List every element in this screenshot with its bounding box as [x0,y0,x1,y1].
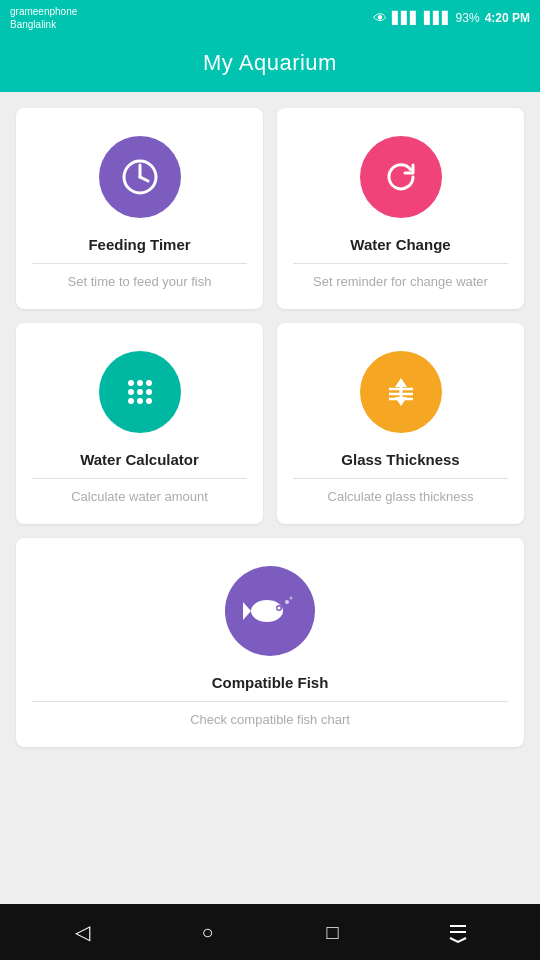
water-change-title: Water Change [350,236,450,253]
water-change-divider [293,263,508,264]
svg-point-18 [251,600,283,622]
status-bar: grameenphone Banglalink 👁 ▋▋▋ ▋▋▋ 93% 4:… [0,0,540,36]
svg-point-5 [146,380,152,386]
back-button[interactable]: ◁ [58,907,108,957]
feeding-timer-card[interactable]: Feeding Timer Set time to feed your fish [16,108,263,309]
glass-thickness-card[interactable]: Glass Thickness Calculate glass thicknes… [277,323,524,524]
battery-label: 93% [456,11,480,25]
signal1-icon: ▋▋▋ [392,11,419,25]
glass-thickness-desc: Calculate glass thickness [328,489,474,504]
feeding-timer-desc: Set time to feed your fish [68,274,212,289]
home-button[interactable]: ○ [183,907,233,957]
glass-thickness-title: Glass Thickness [341,451,459,468]
glass-thickness-icon-bg [360,351,442,433]
time-label: 4:20 PM [485,11,530,25]
grid-icon [118,370,162,414]
compatible-fish-divider [32,701,508,702]
cards-grid: Feeding Timer Set time to feed your fish… [16,108,524,524]
svg-point-8 [146,389,152,395]
glass-thickness-divider [293,478,508,479]
svg-point-22 [285,600,289,604]
svg-point-9 [128,398,134,404]
clock-icon [118,155,162,199]
svg-point-11 [146,398,152,404]
svg-marker-19 [243,602,251,620]
menu-button[interactable] [433,907,483,957]
water-calculator-card[interactable]: Water Calculator Calculate water amount [16,323,263,524]
svg-point-6 [128,389,134,395]
recents-button[interactable]: □ [308,907,358,957]
water-change-desc: Set reminder for change water [313,274,488,289]
svg-line-2 [140,177,148,181]
refresh-icon [379,155,423,199]
feeding-timer-icon-bg [99,136,181,218]
eye-icon: 👁 [373,10,387,26]
carrier2-label: Banglalink [10,18,77,31]
water-calculator-desc: Calculate water amount [71,489,208,504]
water-change-icon-bg [360,136,442,218]
water-calculator-title: Water Calculator [80,451,199,468]
app-header: My Aquarium [0,36,540,92]
bottom-navigation: ◁ ○ □ [0,904,540,960]
svg-point-21 [278,607,281,610]
compatible-fish-icon-bg [225,566,315,656]
water-change-card[interactable]: Water Change Set reminder for change wat… [277,108,524,309]
main-content: Feeding Timer Set time to feed your fish… [0,92,540,904]
water-calculator-icon-bg [99,351,181,433]
svg-point-3 [128,380,134,386]
svg-point-10 [137,398,143,404]
page-title: My Aquarium [0,50,540,76]
water-calculator-divider [32,478,247,479]
menu-down-icon [446,920,470,944]
feeding-timer-divider [32,263,247,264]
svg-point-4 [137,380,143,386]
carrier1-label: grameenphone [10,5,77,18]
compatible-fish-desc: Check compatible fish chart [190,712,350,727]
feeding-timer-title: Feeding Timer [88,236,190,253]
status-icons: 👁 ▋▋▋ ▋▋▋ 93% 4:20 PM [373,10,530,26]
compatible-fish-card[interactable]: Compatible Fish Check compatible fish ch… [16,538,524,747]
carrier-info: grameenphone Banglalink [10,5,77,31]
svg-marker-12 [395,378,407,387]
compatible-fish-title: Compatible Fish [212,674,329,691]
signal2-icon: ▋▋▋ [424,11,451,25]
list-arrows-icon [379,370,423,414]
svg-point-23 [290,597,293,600]
svg-point-7 [137,389,143,395]
fish-icon [243,584,297,638]
